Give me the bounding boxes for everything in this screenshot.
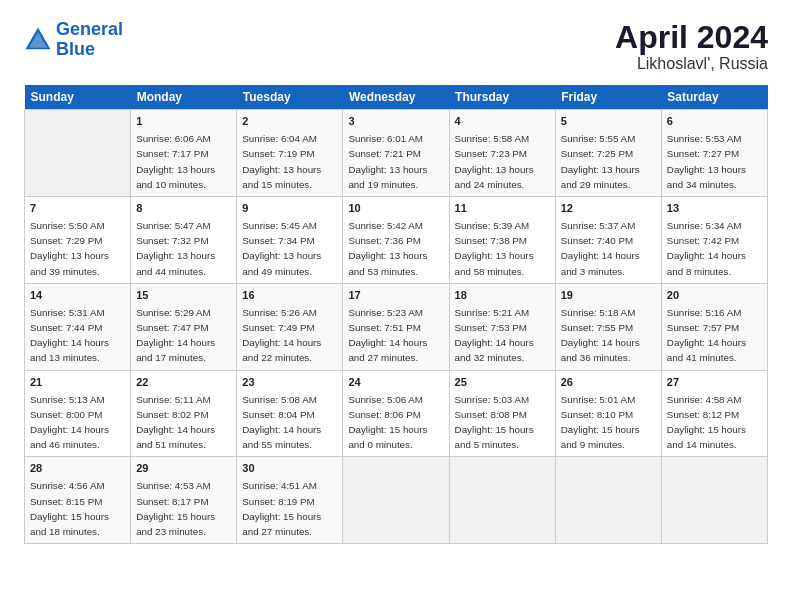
calendar-cell: 5Sunrise: 5:55 AM Sunset: 7:25 PM Daylig… [555,110,661,197]
calendar-cell: 13Sunrise: 5:34 AM Sunset: 7:42 PM Dayli… [661,197,767,284]
weekday-header-wednesday: Wednesday [343,85,449,110]
day-number: 20 [667,288,762,304]
day-info: Sunrise: 5:45 AM Sunset: 7:34 PM Dayligh… [242,220,321,277]
day-info: Sunrise: 5:37 AM Sunset: 7:40 PM Dayligh… [561,220,640,277]
day-number: 25 [455,375,550,391]
calendar-cell [555,457,661,544]
day-info: Sunrise: 4:56 AM Sunset: 8:15 PM Dayligh… [30,480,109,537]
day-number: 27 [667,375,762,391]
day-number: 12 [561,201,656,217]
calendar-cell: 25Sunrise: 5:03 AM Sunset: 8:08 PM Dayli… [449,370,555,457]
day-number: 8 [136,201,231,217]
calendar-cell: 16Sunrise: 5:26 AM Sunset: 7:49 PM Dayli… [237,283,343,370]
day-number: 24 [348,375,443,391]
day-number: 16 [242,288,337,304]
logo: General Blue [24,20,123,60]
day-info: Sunrise: 5:34 AM Sunset: 7:42 PM Dayligh… [667,220,746,277]
day-number: 4 [455,114,550,130]
title-block: April 2024 Likhoslavl', Russia [615,20,768,73]
calendar-cell: 8Sunrise: 5:47 AM Sunset: 7:32 PM Daylig… [131,197,237,284]
calendar-cell: 24Sunrise: 5:06 AM Sunset: 8:06 PM Dayli… [343,370,449,457]
calendar-cell: 19Sunrise: 5:18 AM Sunset: 7:55 PM Dayli… [555,283,661,370]
calendar-cell: 10Sunrise: 5:42 AM Sunset: 7:36 PM Dayli… [343,197,449,284]
day-info: Sunrise: 5:47 AM Sunset: 7:32 PM Dayligh… [136,220,215,277]
day-info: Sunrise: 4:51 AM Sunset: 8:19 PM Dayligh… [242,480,321,537]
day-info: Sunrise: 5:03 AM Sunset: 8:08 PM Dayligh… [455,394,534,451]
day-info: Sunrise: 5:21 AM Sunset: 7:53 PM Dayligh… [455,307,534,364]
calendar-week-row: 14Sunrise: 5:31 AM Sunset: 7:44 PM Dayli… [25,283,768,370]
day-info: Sunrise: 5:58 AM Sunset: 7:23 PM Dayligh… [455,133,534,190]
day-number: 17 [348,288,443,304]
calendar-cell: 27Sunrise: 4:58 AM Sunset: 8:12 PM Dayli… [661,370,767,457]
day-info: Sunrise: 5:42 AM Sunset: 7:36 PM Dayligh… [348,220,427,277]
weekday-header-tuesday: Tuesday [237,85,343,110]
day-info: Sunrise: 4:58 AM Sunset: 8:12 PM Dayligh… [667,394,746,451]
day-number: 9 [242,201,337,217]
day-info: Sunrise: 5:53 AM Sunset: 7:27 PM Dayligh… [667,133,746,190]
logo-line2: Blue [56,39,95,59]
day-info: Sunrise: 5:11 AM Sunset: 8:02 PM Dayligh… [136,394,215,451]
day-number: 2 [242,114,337,130]
weekday-header-monday: Monday [131,85,237,110]
calendar-cell: 17Sunrise: 5:23 AM Sunset: 7:51 PM Dayli… [343,283,449,370]
calendar-cell: 6Sunrise: 5:53 AM Sunset: 7:27 PM Daylig… [661,110,767,197]
header: General Blue April 2024 Likhoslavl', Rus… [24,20,768,73]
logo-icon [24,26,52,54]
day-info: Sunrise: 5:06 AM Sunset: 8:06 PM Dayligh… [348,394,427,451]
calendar-cell: 18Sunrise: 5:21 AM Sunset: 7:53 PM Dayli… [449,283,555,370]
day-number: 23 [242,375,337,391]
day-number: 11 [455,201,550,217]
day-info: Sunrise: 5:18 AM Sunset: 7:55 PM Dayligh… [561,307,640,364]
day-number: 28 [30,461,125,477]
calendar-cell: 9Sunrise: 5:45 AM Sunset: 7:34 PM Daylig… [237,197,343,284]
day-info: Sunrise: 5:01 AM Sunset: 8:10 PM Dayligh… [561,394,640,451]
calendar-cell: 30Sunrise: 4:51 AM Sunset: 8:19 PM Dayli… [237,457,343,544]
calendar-week-row: 21Sunrise: 5:13 AM Sunset: 8:00 PM Dayli… [25,370,768,457]
weekday-header-row: SundayMondayTuesdayWednesdayThursdayFrid… [25,85,768,110]
calendar-week-row: 1Sunrise: 6:06 AM Sunset: 7:17 PM Daylig… [25,110,768,197]
day-info: Sunrise: 5:08 AM Sunset: 8:04 PM Dayligh… [242,394,321,451]
calendar-cell: 26Sunrise: 5:01 AM Sunset: 8:10 PM Dayli… [555,370,661,457]
calendar-cell: 14Sunrise: 5:31 AM Sunset: 7:44 PM Dayli… [25,283,131,370]
day-number: 21 [30,375,125,391]
day-number: 5 [561,114,656,130]
day-number: 7 [30,201,125,217]
day-number: 1 [136,114,231,130]
day-info: Sunrise: 6:01 AM Sunset: 7:21 PM Dayligh… [348,133,427,190]
day-info: Sunrise: 5:55 AM Sunset: 7:25 PM Dayligh… [561,133,640,190]
day-number: 10 [348,201,443,217]
day-number: 18 [455,288,550,304]
day-number: 30 [242,461,337,477]
day-info: Sunrise: 5:29 AM Sunset: 7:47 PM Dayligh… [136,307,215,364]
weekday-header-sunday: Sunday [25,85,131,110]
calendar-cell [343,457,449,544]
calendar-cell [449,457,555,544]
day-number: 19 [561,288,656,304]
calendar-cell [25,110,131,197]
calendar-cell: 1Sunrise: 6:06 AM Sunset: 7:17 PM Daylig… [131,110,237,197]
calendar-week-row: 28Sunrise: 4:56 AM Sunset: 8:15 PM Dayli… [25,457,768,544]
weekday-header-thursday: Thursday [449,85,555,110]
calendar-cell: 15Sunrise: 5:29 AM Sunset: 7:47 PM Dayli… [131,283,237,370]
page: General Blue April 2024 Likhoslavl', Rus… [0,0,792,612]
calendar-cell: 23Sunrise: 5:08 AM Sunset: 8:04 PM Dayli… [237,370,343,457]
calendar-cell: 21Sunrise: 5:13 AM Sunset: 8:00 PM Dayli… [25,370,131,457]
calendar-cell: 11Sunrise: 5:39 AM Sunset: 7:38 PM Dayli… [449,197,555,284]
day-info: Sunrise: 6:04 AM Sunset: 7:19 PM Dayligh… [242,133,321,190]
main-title: April 2024 [615,20,768,55]
day-number: 26 [561,375,656,391]
day-info: Sunrise: 4:53 AM Sunset: 8:17 PM Dayligh… [136,480,215,537]
calendar-cell [661,457,767,544]
day-info: Sunrise: 5:26 AM Sunset: 7:49 PM Dayligh… [242,307,321,364]
day-info: Sunrise: 5:13 AM Sunset: 8:00 PM Dayligh… [30,394,109,451]
calendar-cell: 7Sunrise: 5:50 AM Sunset: 7:29 PM Daylig… [25,197,131,284]
calendar-week-row: 7Sunrise: 5:50 AM Sunset: 7:29 PM Daylig… [25,197,768,284]
day-info: Sunrise: 5:31 AM Sunset: 7:44 PM Dayligh… [30,307,109,364]
day-number: 3 [348,114,443,130]
day-info: Sunrise: 5:39 AM Sunset: 7:38 PM Dayligh… [455,220,534,277]
weekday-header-saturday: Saturday [661,85,767,110]
calendar-cell: 28Sunrise: 4:56 AM Sunset: 8:15 PM Dayli… [25,457,131,544]
calendar-cell: 2Sunrise: 6:04 AM Sunset: 7:19 PM Daylig… [237,110,343,197]
day-info: Sunrise: 6:06 AM Sunset: 7:17 PM Dayligh… [136,133,215,190]
logo-text: General Blue [56,20,123,60]
